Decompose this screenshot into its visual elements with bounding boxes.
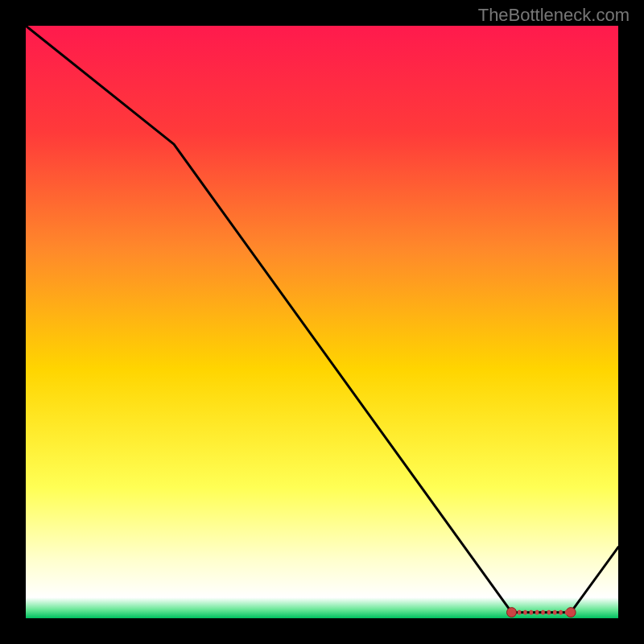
svg-rect-3: [512, 610, 515, 615]
svg-rect-11: [559, 610, 562, 615]
svg-rect-6: [530, 610, 533, 615]
svg-rect-7: [535, 610, 539, 615]
svg-rect-8: [541, 610, 544, 615]
svg-rect-5: [523, 610, 526, 615]
svg-rect-10: [553, 610, 556, 615]
watermark-text: TheBottleneck.com: [478, 5, 630, 26]
svg-rect-4: [518, 610, 521, 615]
chart-series-line: [26, 26, 618, 613]
svg-rect-9: [547, 610, 551, 615]
chart-plot-area: [26, 26, 618, 618]
svg-rect-12: [565, 610, 568, 615]
chart-line-layer: [26, 26, 618, 618]
